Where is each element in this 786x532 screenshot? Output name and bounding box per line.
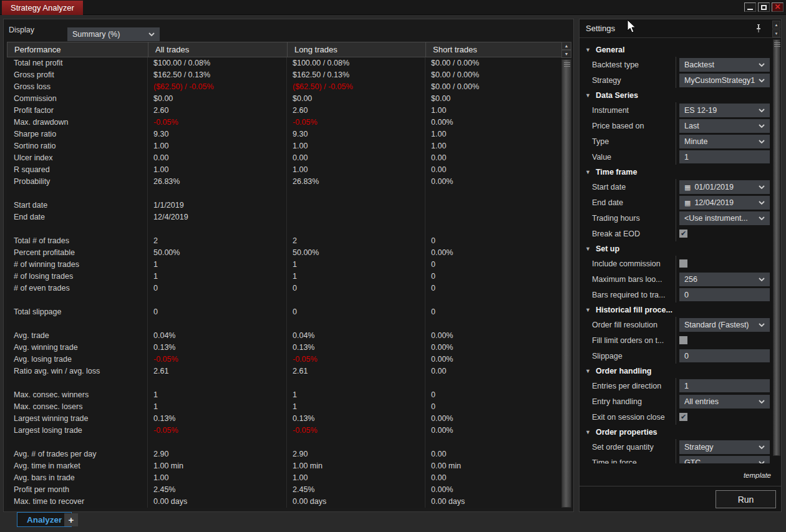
section-header-time-frame[interactable]: ▼Time frame — [580, 165, 774, 179]
dropdown-maximum-bars-loo[interactable]: 256 — [679, 273, 770, 286]
table-cell: -0.05% — [147, 425, 286, 437]
table-scrollbar-thumb[interactable] — [561, 59, 571, 508]
table-cell: $0.00 / 0.00% — [425, 69, 562, 81]
table-row: Total slippage000 — [7, 306, 562, 318]
display-dropdown[interactable]: Summary (%) — [67, 27, 160, 41]
dropdown-price-based-on[interactable]: Last — [679, 119, 770, 133]
setting-label: Slippage — [592, 348, 676, 364]
setting-row-entry-handling: Entry handlingAll entries — [580, 394, 774, 409]
setting-row-fill-limit-orders-on-t: Fill limit orders on t... — [580, 332, 774, 348]
dropdown-type[interactable]: Minute — [679, 135, 770, 148]
table-cell: 0 — [425, 271, 562, 283]
input-bars-required-to-tra[interactable]: 0 — [679, 288, 770, 301]
dropdown-entry-handling[interactable]: All entries — [679, 395, 770, 409]
maximize-button[interactable] — [758, 2, 770, 12]
add-tab-button[interactable]: + — [64, 513, 78, 526]
table-row: Probability26.83%26.83%0.00% — [7, 176, 562, 188]
column-header-performance[interactable]: Performance — [7, 42, 148, 57]
row-label: Avg. losing trade — [7, 354, 147, 365]
run-button-label: Run — [738, 495, 754, 505]
table-cell — [425, 377, 562, 389]
table-cell: 2.61 — [147, 365, 286, 377]
pin-icon[interactable] — [755, 24, 762, 36]
table-row: # of winning trades110 — [7, 259, 562, 271]
setting-label: Include commission — [592, 256, 676, 271]
section-header-set-up[interactable]: ▼Set up — [580, 241, 774, 256]
row-label: Gross profit — [7, 69, 147, 81]
dropdown-end-date[interactable]: ▦12/04/2019 — [679, 196, 770, 210]
dropdown-value: Strategy — [684, 443, 756, 452]
section-label: Historical fill proce... — [596, 306, 672, 314]
dropdown-start-date[interactable]: ▦01/01/2019 — [679, 180, 770, 194]
row-label: Probability — [7, 176, 147, 188]
section-header-historical-fill-proce[interactable]: ▼Historical fill proce... — [580, 302, 774, 317]
collapse-triangle-icon: ▼ — [585, 307, 591, 313]
table-row: Sharpe ratio9.309.301.00 — [7, 128, 562, 140]
table-cell: 0.00 days — [286, 496, 425, 508]
input-slippage[interactable]: 0 — [679, 349, 770, 362]
dropdown-trading-hours[interactable]: <Use instrument... — [679, 211, 770, 225]
calendar-icon: ▦ — [684, 183, 691, 191]
table-cell — [286, 294, 425, 306]
settings-footer: Run — [580, 486, 781, 513]
setting-label: Type — [592, 133, 676, 149]
dropdown-time-in-force[interactable]: GTC — [679, 456, 770, 464]
table-cell: 0 — [425, 306, 562, 318]
plus-icon: + — [69, 515, 74, 525]
table-cell — [286, 200, 425, 211]
table-cell: 2.90 — [286, 448, 425, 460]
table-cell: $0.00 / 0.00% — [425, 81, 562, 93]
table-cell: 1.00 — [286, 164, 425, 176]
dropdown-set-order-quantity[interactable]: Strategy — [679, 440, 770, 454]
setting-row-order-fill-resolution: Order fill resolutionStandard (Fastest) — [580, 317, 774, 332]
setting-row-time-in-force: Time in forceGTC — [580, 455, 774, 463]
table-cell: 0.00% — [425, 117, 562, 128]
table-cell: $0.00 — [147, 93, 286, 105]
table-cell: 0 — [147, 306, 286, 318]
section-label: Set up — [596, 244, 619, 253]
column-header-short-trades[interactable]: Short trades — [425, 42, 563, 57]
table-cell: -0.05% — [286, 354, 425, 365]
scroll-down-button[interactable]: ▼ — [561, 50, 571, 58]
checkbox-fill-limit-orders-on-t[interactable] — [679, 336, 687, 344]
row-label: Avg. # of trades per day — [7, 448, 147, 460]
dropdown-order-fill-resolution[interactable]: Standard (Fastest) — [679, 318, 770, 332]
column-header-long-trades[interactable]: Long trades — [287, 42, 425, 57]
table-row: Avg. time in market1.00 min1.00 min0.00 … — [7, 460, 562, 472]
table-row: Avg. winning trade0.13%0.13%0.00% — [7, 342, 562, 354]
row-label: R squared — [7, 164, 147, 176]
input-entries-per-direction[interactable]: 1 — [679, 379, 770, 392]
table-cell: 9.30 — [286, 128, 425, 140]
table-cell: 0.00% — [425, 330, 562, 342]
dropdown-instrument[interactable]: ES 12-19 — [679, 104, 770, 117]
close-button[interactable]: ✕ — [772, 2, 784, 12]
section-header-order-properties[interactable]: ▼Order properties — [580, 425, 774, 439]
run-button[interactable]: Run — [716, 490, 776, 508]
checkbox-exit-on-session-close[interactable]: ✔ — [679, 413, 687, 421]
minimize-button[interactable] — [744, 2, 756, 12]
table-row: Total # of trades220 — [7, 235, 562, 247]
settings-scroll-up-button[interactable]: ▲ — [772, 21, 780, 29]
input-value: 0 — [684, 291, 689, 299]
row-label: Sharpe ratio — [7, 128, 147, 140]
dropdown-value: 256 — [684, 275, 756, 284]
table-cell — [147, 223, 286, 235]
scroll-up-button[interactable]: ▲ — [561, 42, 571, 50]
dropdown-backtest-type[interactable]: Backtest — [679, 58, 770, 72]
table-cell: $100.00 / 0.08% — [147, 57, 286, 69]
row-label: Avg. time in market — [7, 460, 147, 472]
input-value[interactable]: 1 — [679, 150, 770, 163]
table-cell: $162.50 / 0.13% — [147, 69, 286, 81]
settings-scroll-down-button[interactable]: ▼ — [772, 29, 780, 37]
section-header-data-series[interactable]: ▼Data Series — [580, 88, 774, 102]
table-cell — [425, 211, 562, 223]
table-row: R squared1.001.000.00 — [7, 164, 562, 176]
column-header-all-trades[interactable]: All trades — [148, 42, 287, 57]
template-link[interactable]: template — [744, 472, 771, 479]
dropdown-strategy[interactable]: MyCustomStrategy1 — [679, 74, 770, 87]
section-header-order-handling[interactable]: ▼Order handling — [580, 364, 774, 378]
section-header-general[interactable]: ▼General — [580, 42, 774, 57]
table-cell: 2.60 — [286, 105, 425, 117]
checkbox-break-at-eod[interactable]: ✔ — [679, 230, 687, 238]
checkbox-include-commission[interactable] — [679, 259, 687, 268]
